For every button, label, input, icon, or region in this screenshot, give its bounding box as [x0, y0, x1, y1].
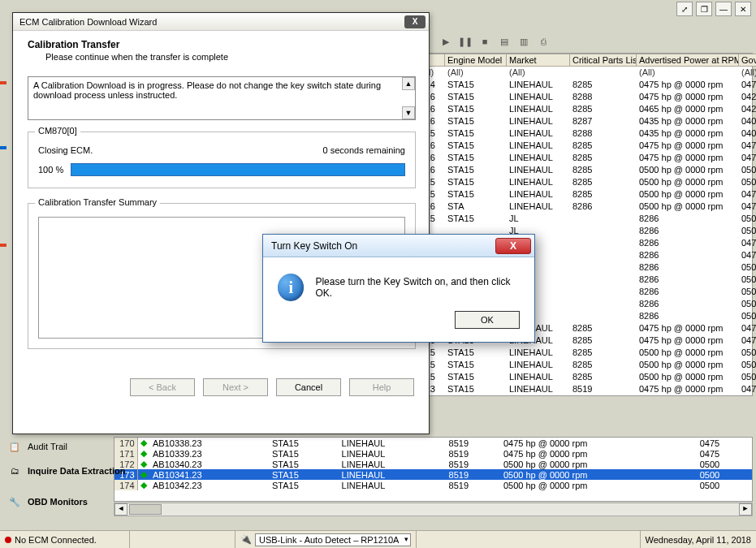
- pause-icon[interactable]: ❚❚: [458, 34, 473, 49]
- marker-bar: [0, 244, 6, 247]
- scroll-thumb[interactable]: [129, 504, 162, 515]
- audit-icon: 📋: [6, 438, 23, 455]
- doc2-icon[interactable]: ▥: [516, 34, 531, 49]
- table-row[interactable]: 5.15STA15LINEHAUL82850500 hp @ 0000 rpm0…: [416, 371, 757, 383]
- sidebar-item-inquire[interactable]: 🗂 Inquire Data Extraction: [6, 463, 125, 479]
- status-bar: No ECM Connected. 🔌 USB-Link - Auto Dete…: [0, 530, 756, 548]
- status-date: Wednesday, April 11, 2018: [646, 535, 751, 545]
- sidebar-label: Audit Trail: [28, 442, 67, 451]
- table-row[interactable]: 4.16STA15LINEHAUL82850500 hp @ 0000 rpm0…: [416, 164, 757, 176]
- doc-icon[interactable]: ▤: [497, 34, 512, 49]
- sidebar-label: Inquire Data Extraction: [28, 466, 125, 476]
- calibration-list[interactable]: 170◆AB10338.23STA15LINEHAUL85190475 hp @…: [114, 437, 753, 502]
- ecm-status: No ECM Connected.: [15, 535, 97, 545]
- back-button[interactable]: < Back: [130, 378, 195, 396]
- table-row[interactable]: 2.15STA15LINEHAUL82850500 hp @ 0000 rpm0…: [416, 347, 757, 359]
- progress-remaining: 0 seconds remaining: [322, 145, 405, 155]
- wizard-buttons: < Back Next > Cancel Help: [13, 378, 429, 396]
- list-item[interactable]: 174◆AB10342.23STA15LINEHAUL85190500 hp @…: [114, 480, 752, 490]
- sidebar-label: OBD Monitors: [28, 497, 88, 507]
- wizard-message: A Calibration Download is in progress. P…: [33, 80, 381, 100]
- table-row[interactable]: 5.15STA15LINEHAUL82850500 hp @ 0000 rpm0…: [416, 359, 757, 371]
- table-row[interactable]: 8.15STA15LINEHAUL82880435 hp @ 0000 rpm0…: [416, 127, 757, 140]
- list-item[interactable]: 171◆AB10339.23STA15LINEHAUL85190475 hp @…: [114, 448, 752, 459]
- column-header[interactable]: Critical Parts List: [570, 54, 637, 67]
- table-row[interactable]: 6.16STA15LINEHAUL82850465 hp @ 0000 rpm0…: [416, 103, 757, 115]
- scroll-down-icon[interactable]: ▼: [402, 106, 415, 119]
- dialog-message: Please turn the Key Switch on, and then …: [315, 276, 520, 299]
- column-header[interactable]: Advertised Power at RPM: [637, 54, 739, 67]
- scroll-right-icon[interactable]: ►: [739, 503, 752, 516]
- table-row[interactable]: 2.16STA15LINEHAUL82850475 hp @ 0000 rpm0…: [416, 152, 757, 164]
- table-row[interactable]: 7.23STA15LINEHAUL85190475 hp @ 0000 rpm0…: [416, 383, 757, 395]
- play-icon[interactable]: ▶: [438, 34, 453, 49]
- help-button[interactable]: Help: [349, 378, 414, 396]
- next-button[interactable]: Next >: [203, 378, 268, 396]
- key-switch-dialog: Turn Key Switch On X i Please turn the K…: [262, 234, 535, 343]
- minimize-icon[interactable]: —: [715, 2, 732, 16]
- column-header[interactable]: Engine Model: [445, 54, 507, 67]
- filter-cell[interactable]: (All): [739, 67, 757, 79]
- row-status-icon: ◆: [137, 480, 150, 490]
- table-row[interactable]: 4.15STA15JL82860500 hp @ 0000 rpm0500: [416, 213, 757, 225]
- dialog-close-icon[interactable]: X: [495, 238, 531, 254]
- table-row[interactable]: 5.16STA15LINEHAUL82880475 hp @ 0000 rpm0…: [416, 91, 757, 103]
- summary-label: Calibration Transfer Summary: [35, 197, 160, 207]
- filter-cell[interactable]: (All): [507, 67, 570, 79]
- wizard-title: ECM Calibration Download Wizard: [19, 17, 157, 27]
- table-row[interactable]: 7.16STA15LINEHAUL82870435 hp @ 0000 rpm0…: [416, 115, 757, 127]
- wizard-message-box: A Calibration Download is in progress. P…: [28, 76, 416, 120]
- column-header[interactable]: Gover: [739, 54, 757, 67]
- list-item[interactable]: 170◆AB10338.23STA15LINEHAUL85190475 hp @…: [114, 438, 752, 448]
- dialog-titlebar[interactable]: Turn Key Switch On X: [263, 235, 534, 257]
- adapter-icon: 🔌: [240, 534, 252, 545]
- list-hscroll[interactable]: ◄ ►: [114, 503, 753, 516]
- table-row[interactable]: 4.14STA15LINEHAUL82850475 hp @ 0000 rpm0…: [416, 79, 757, 91]
- scroll-up-icon[interactable]: ▲: [402, 77, 415, 90]
- scroll-left-icon[interactable]: ◄: [114, 503, 127, 516]
- cancel-button[interactable]: Cancel: [276, 378, 341, 396]
- filter-cell[interactable]: (All): [637, 67, 739, 79]
- progress-group-label: CM870[0]: [35, 126, 80, 136]
- media-toolbar: ▶ ❚❚ ■ ▤ ▥ ⎙: [438, 32, 748, 50]
- expand-icon[interactable]: ⤢: [676, 2, 693, 16]
- obd-icon: 🔧: [6, 494, 23, 510]
- row-status-icon: ◆: [137, 459, 150, 469]
- list-item[interactable]: 172◆AB10340.23STA15LINEHAUL85190500 hp @…: [114, 459, 752, 469]
- wizard-subtext: Please continue when the transfer is com…: [45, 52, 416, 62]
- table-row[interactable]: 5.15STA15LINEHAUL82850500 hp @ 0000 rpm0…: [416, 176, 757, 188]
- progress-group: CM870[0] Closing ECM. 0 seconds remainin…: [28, 132, 416, 188]
- progress-status: Closing ECM.: [38, 145, 93, 155]
- column-header[interactable]: Market: [507, 54, 570, 67]
- filter-cell[interactable]: [570, 67, 637, 79]
- sidebar-item-audit[interactable]: 📋 Audit Trail: [6, 438, 67, 455]
- sidebar-item-obd[interactable]: 🔧 OBD Monitors: [6, 494, 88, 510]
- wizard-close-icon[interactable]: X: [404, 15, 426, 28]
- progress-bar: [71, 163, 405, 176]
- dialog-title: Turn Key Switch On: [271, 240, 357, 252]
- adapter-dropdown[interactable]: USB-Link - Auto Detect – RP1210A: [255, 533, 411, 546]
- row-status-icon: ◆: [137, 448, 150, 459]
- wizard-window: ECM Calibration Download Wizard X Calibr…: [12, 12, 430, 434]
- print-icon[interactable]: ⎙: [536, 34, 551, 49]
- wizard-titlebar[interactable]: ECM Calibration Download Wizard X: [13, 13, 429, 31]
- ok-button[interactable]: OK: [455, 311, 520, 329]
- row-status-icon: ◆: [137, 469, 150, 480]
- close-icon[interactable]: ✕: [735, 2, 751, 16]
- restore-icon[interactable]: ❐: [696, 2, 712, 16]
- list-item[interactable]: 173◆AB10341.23STA15LINEHAUL85190500 hp @…: [114, 469, 752, 480]
- progress-percent: 100 %: [38, 165, 66, 175]
- calibration-grid[interactable]: deEngine ModelMarketCritical Parts ListA…: [414, 53, 753, 396]
- row-status-icon: ◆: [137, 438, 150, 448]
- marker-bar: [0, 81, 6, 84]
- window-controls: ⤢ ❐ — ✕: [676, 0, 756, 18]
- table-row[interactable]: 0.16STA15LINEHAUL82850475 hp @ 0000 rpm0…: [416, 140, 757, 152]
- wizard-heading: Calibration Transfer: [28, 39, 416, 50]
- stop-icon[interactable]: ■: [477, 34, 492, 49]
- status-dot-icon: [5, 537, 11, 543]
- inquire-icon: 🗂: [6, 463, 23, 479]
- progress-bar-row: 100 %: [38, 163, 405, 176]
- table-row[interactable]: 2.16STALINEHAUL82860500 hp @ 0000 rpm047…: [416, 201, 757, 213]
- filter-cell[interactable]: (All): [445, 67, 507, 79]
- table-row[interactable]: 0.15STA15LINEHAUL82850500 hp @ 0000 rpm0…: [416, 188, 757, 201]
